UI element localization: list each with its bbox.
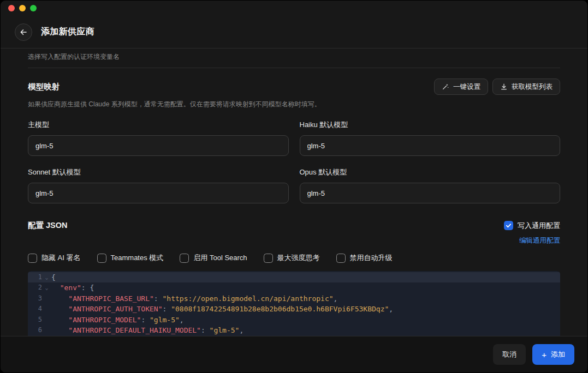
main-model-label: 主模型 (28, 120, 289, 130)
editor-line-code: "ANTHROPIC_DEFAULT_HAIKU_MODEL": "glm-5"… (51, 325, 243, 335)
checkbox-unchecked-icon (97, 254, 106, 263)
fold-spacer (42, 304, 51, 314)
editor-line-code: { (51, 272, 56, 282)
add-provider-window: 添加新供应商 选择写入配置的认证环境变量名 模型映射 一键设置 (0, 0, 588, 373)
footer-bar: 取消 + 添加 (1, 336, 587, 372)
fold-spacer (42, 325, 51, 335)
write-common-config-toggle[interactable]: 写入通用配置 (504, 221, 560, 231)
opus-model-label: Opus 默认模型 (300, 167, 561, 177)
option-label: 禁用自动升级 (350, 253, 393, 263)
field-sonnet-model: Sonnet 默认模型 (28, 167, 289, 203)
sonnet-model-input[interactable] (28, 183, 289, 203)
editor-line[interactable]: 2⌄ "env": { (28, 282, 560, 293)
sonnet-model-label: Sonnet 默认模型 (28, 167, 289, 177)
haiku-model-input[interactable] (300, 135, 561, 156)
add-button[interactable]: + 添加 (532, 344, 574, 365)
fold-chevron-icon[interactable]: ⌄ (42, 272, 51, 282)
option-label: 隐藏 AI 署名 (41, 253, 81, 263)
titlebar (1, 1, 587, 16)
config-options-row: 隐藏 AI 署名 Teammates 模式 启用 Tool Search 最大强… (28, 253, 560, 263)
editor-line-number: 3 (28, 293, 42, 304)
haiku-model-label: Haiku 默认模型 (300, 120, 561, 130)
model-mapping-title: 模型映射 (28, 82, 60, 92)
arrow-left-icon (19, 28, 28, 37)
editor-line-code: "ANTHROPIC_MODEL": "glm-5", (51, 315, 184, 325)
download-icon (500, 83, 508, 91)
page-title: 添加新供应商 (41, 26, 94, 38)
option-label: 启用 Tool Search (193, 253, 247, 263)
main-model-input[interactable] (28, 135, 289, 156)
plus-icon: + (542, 351, 547, 359)
checkbox-unchecked-icon (264, 254, 273, 263)
checkbox-unchecked-icon (180, 254, 189, 263)
write-common-config-label: 写入通用配置 (518, 221, 560, 231)
fetch-model-list-label: 获取模型列表 (512, 82, 553, 92)
editor-line[interactable]: 6 "ANTHROPIC_DEFAULT_HAIKU_MODEL": "glm-… (28, 325, 560, 335)
opus-model-input[interactable] (300, 183, 561, 203)
model-fields-grid: 主模型 Haiku 默认模型 Sonnet 默认模型 Opus 默认模型 (28, 120, 560, 203)
config-json-header: 配置 JSON 写入通用配置 (28, 220, 560, 231)
config-json-title: 配置 JSON (28, 220, 68, 231)
option-enable-tool-search[interactable]: 启用 Tool Search (180, 253, 247, 263)
auth-env-hint: 选择写入配置的认证环境变量名 (28, 49, 560, 68)
fetch-model-list-button[interactable]: 获取模型列表 (492, 79, 560, 95)
checkbox-unchecked-icon (336, 254, 346, 263)
scroll-content[interactable]: 选择写入配置的认证环境变量名 模型映射 一键设置 获取模型列表 (1, 49, 587, 336)
option-max-thinking[interactable]: 最大强度思考 (264, 253, 320, 263)
edit-common-config-link[interactable]: 编辑通用配置 (519, 236, 560, 245)
minimize-window-button[interactable] (19, 5, 26, 11)
option-teammates-mode[interactable]: Teammates 模式 (97, 253, 164, 263)
zoom-window-button[interactable] (30, 5, 37, 11)
one-click-setup-label: 一键设置 (453, 82, 480, 92)
close-window-button[interactable] (8, 5, 15, 11)
field-opus-model: Opus 默认模型 (300, 167, 561, 203)
checkbox-unchecked-icon (28, 254, 37, 263)
page-header: 添加新供应商 (1, 16, 587, 49)
model-mapping-section: 模型映射 一键设置 获取模型列表 如果 (28, 79, 560, 203)
editor-line-number: 5 (28, 315, 42, 325)
one-click-setup-button[interactable]: 一键设置 (434, 79, 488, 95)
editor-line-number: 4 (28, 304, 42, 314)
traffic-lights (8, 5, 37, 11)
fold-spacer (42, 315, 51, 325)
checkbox-checked-icon (504, 221, 513, 230)
back-button[interactable] (15, 23, 32, 41)
editor-line[interactable]: 4 "ANTHROPIC_AUTH_TOKEN": "0808f18742254… (28, 304, 560, 314)
editor-line-number: 6 (28, 325, 42, 335)
option-hide-ai-signature[interactable]: 隐藏 AI 署名 (28, 253, 81, 263)
editor-line[interactable]: 1⌄{ (28, 272, 560, 282)
field-main-model: 主模型 (28, 120, 289, 156)
fold-chevron-icon[interactable]: ⌄ (42, 282, 51, 293)
wand-icon (442, 83, 449, 91)
option-label: 最大强度思考 (277, 253, 320, 263)
cancel-button[interactable]: 取消 (493, 344, 526, 365)
editor-line-code: "ANTHROPIC_BASE_URL": "https://open.bigm… (51, 293, 337, 304)
model-mapping-description: 如果供应商原生提供 Claude 系列模型，通常无需配置。仅在需要将请求映射到不… (28, 100, 560, 109)
editor-line-number: 1 (28, 272, 42, 282)
editor-line-code: "ANTHROPIC_AUTH_TOKEN": "0808f1874225489… (51, 304, 393, 314)
fold-spacer (42, 293, 51, 304)
editor-line-code: "env": { (51, 282, 94, 293)
editor-line-number: 2 (28, 282, 42, 293)
option-disable-auto-upgrade[interactable]: 禁用自动升级 (336, 253, 393, 263)
option-label: Teammates 模式 (111, 253, 164, 263)
add-button-label: 添加 (551, 350, 565, 359)
field-haiku-model: Haiku 默认模型 (300, 120, 561, 156)
editor-line[interactable]: 3 "ANTHROPIC_BASE_URL": "https://open.bi… (28, 293, 560, 304)
editor-line[interactable]: 5 "ANTHROPIC_MODEL": "glm-5", (28, 315, 560, 325)
json-config-editor[interactable]: 1⌄{2⌄ "env": {3 "ANTHROPIC_BASE_URL": "h… (28, 271, 560, 336)
